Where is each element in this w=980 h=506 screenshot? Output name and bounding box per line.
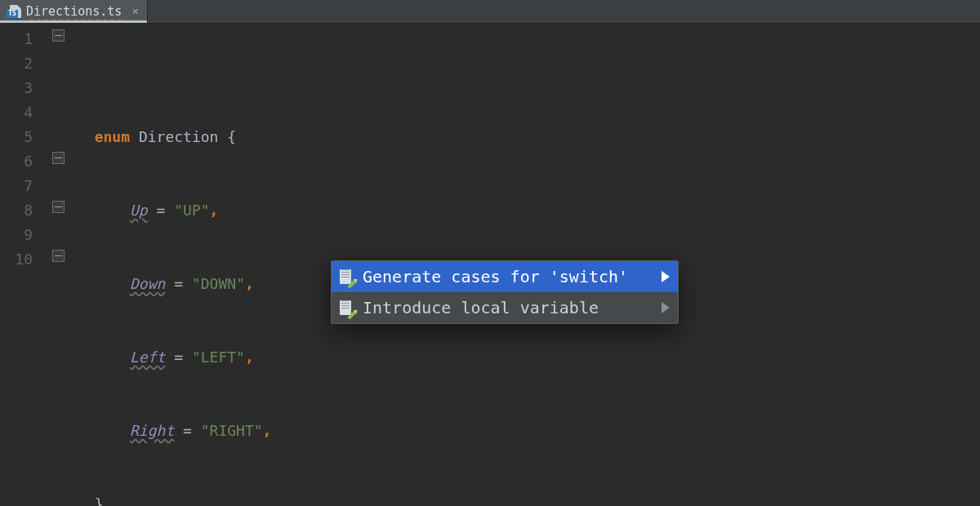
code-editor[interactable]: 1 2 3 4 5 6 7 8 9 10 enum Direction { Up… [0,24,980,506]
close-tab-icon[interactable]: × [131,0,138,23]
svg-marker-1 [662,302,670,313]
line-number: 4 [0,100,41,125]
tab-bar: TS Directions.ts × [0,0,980,24]
fold-gutter [41,24,77,506]
intention-action-label: Introduce local variable [363,298,599,317]
intention-action-item[interactable]: Introduce local variable [332,292,678,323]
intention-action-label: Generate cases for 'switch' [363,267,628,286]
current-line-highlight [77,220,980,244]
file-tab[interactable]: TS Directions.ts × [0,0,148,23]
typescript-file-icon: TS [7,5,21,18]
code-line: } [77,492,980,506]
tab-active-indicator [0,20,147,23]
line-number: 10 [0,247,41,272]
intention-bulb-icon [340,300,354,315]
line-number: 5 [0,125,41,149]
code-line: Right = "RIGHT", [77,419,980,443]
line-number: 1 [0,27,41,51]
fold-toggle-icon[interactable] [52,201,65,213]
submenu-arrow-icon [662,302,670,313]
intention-actions-popup: Generate cases for 'switch' Introduce lo… [331,260,679,324]
svg-marker-0 [662,271,670,282]
intention-action-item[interactable]: Generate cases for 'switch' [332,261,678,292]
fold-toggle-icon[interactable] [52,152,65,164]
line-number-gutter: 1 2 3 4 5 6 7 8 9 10 [0,24,41,506]
line-number: 9 [0,223,41,247]
code-line: Left = "LEFT", [77,345,980,370]
tab-filename: Directions.ts [26,0,122,23]
line-number: 3 [0,76,41,100]
line-number: 8 [0,198,41,223]
line-number: 6 [0,149,41,174]
fold-toggle-icon[interactable] [52,250,65,262]
intention-bulb-icon [340,269,354,284]
line-number: 7 [0,174,41,198]
fold-toggle-icon[interactable] [52,29,65,42]
code-line: Up = "UP", [77,198,980,223]
submenu-arrow-icon [662,271,670,282]
line-number: 2 [0,51,41,76]
code-line: enum Direction { [77,125,980,149]
